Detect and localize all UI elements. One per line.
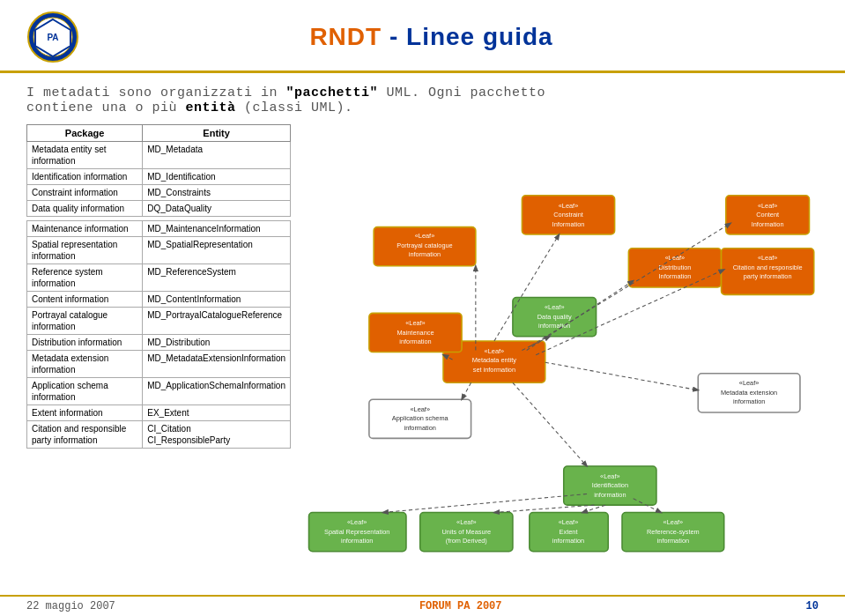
svg-text:Maintenance: Maintenance xyxy=(397,329,434,337)
svg-text:information: information xyxy=(538,322,570,330)
svg-text:information: information xyxy=(341,537,373,545)
svg-text:«Leaf»: «Leaf» xyxy=(559,202,579,210)
footer-event: FORUM PA 2007 xyxy=(419,600,502,612)
footer-page: 10 xyxy=(806,600,819,612)
table-row: Data quality informationDQ_DataQuality xyxy=(27,201,291,217)
table-row: Metadata entity set informationMD_Metada… xyxy=(27,142,291,169)
svg-text:«Leaf»: «Leaf» xyxy=(758,254,778,262)
table-row: Metadata extension informationMD_Metadat… xyxy=(27,351,291,378)
svg-text:Information: Information xyxy=(659,272,692,280)
table-row: Reference system informationMD_Reference… xyxy=(27,264,291,292)
page: PA RNDT - Linee guida I metadati sono or… xyxy=(0,0,845,616)
svg-line-77 xyxy=(494,505,595,512)
svg-text:information: information xyxy=(399,338,431,345)
footer: 22 maggio 2007 FORUM PA 2007 10 xyxy=(0,595,845,616)
svg-text:Information: Information xyxy=(752,220,784,228)
svg-text:«Leaf»: «Leaf» xyxy=(410,405,430,413)
svg-text:information: information xyxy=(657,537,689,545)
svg-text:«Leaf»: «Leaf» xyxy=(665,254,686,262)
svg-text:Content: Content xyxy=(756,211,779,219)
svg-text:«Leaf»: «Leaf» xyxy=(415,232,435,240)
svg-text:Constraint: Constraint xyxy=(553,211,583,219)
packages-table: Package Entity Metadata entity set infor… xyxy=(26,124,291,595)
svg-text:Data quality: Data quality xyxy=(537,313,572,321)
svg-text:«Leaf»: «Leaf» xyxy=(347,518,367,526)
logo-icon: PA xyxy=(26,11,79,63)
svg-text:Distribution: Distribution xyxy=(659,263,692,271)
svg-text:«Leaf»: «Leaf» xyxy=(456,518,477,526)
svg-text:«Leaf»: «Leaf» xyxy=(739,379,760,387)
table-row: Portrayal catalogue informationMD_Portra… xyxy=(27,308,291,335)
body: I metadati sono organizzati in "pacchett… xyxy=(0,73,845,595)
svg-text:party information: party information xyxy=(744,272,792,280)
svg-line-73 xyxy=(545,362,699,390)
svg-text:Citation and responsible: Citation and responsible xyxy=(733,263,803,271)
svg-text:Units of Measure: Units of Measure xyxy=(442,528,492,536)
svg-text:Metadata entity: Metadata entity xyxy=(472,356,517,364)
svg-line-76 xyxy=(383,494,587,513)
svg-text:Application schema: Application schema xyxy=(392,414,449,422)
table-row: Citation and responsible party informati… xyxy=(27,421,291,449)
svg-line-78 xyxy=(582,505,605,512)
footer-date: 22 maggio 2007 xyxy=(26,600,115,612)
svg-text:Spatial Representation: Spatial Representation xyxy=(324,528,389,536)
svg-text:PA: PA xyxy=(47,33,58,42)
svg-text:«Leaf»: «Leaf» xyxy=(405,319,426,327)
subtitle: I metadati sono organizzati in "pacchett… xyxy=(26,85,819,115)
table-row: Content informationMD_ContentInformation xyxy=(27,292,291,308)
table-row: Application schema informationMD_Applica… xyxy=(27,378,291,405)
table-row: Spatial representation informationMD_Spa… xyxy=(27,237,291,264)
svg-text:Extent: Extent xyxy=(560,528,578,536)
svg-line-72 xyxy=(462,382,471,399)
svg-text:Identification: Identification xyxy=(592,481,628,489)
svg-text:set information: set information xyxy=(473,366,515,374)
svg-text:Metadata extension: Metadata extension xyxy=(721,389,777,397)
svg-text:information: information xyxy=(733,397,765,405)
col-package: Package xyxy=(27,125,143,142)
table-row: Constraint informationMD_Constraints xyxy=(27,185,291,201)
svg-text:Portrayal catalogue: Portrayal catalogue xyxy=(397,241,452,249)
svg-text:«Leaf»: «Leaf» xyxy=(485,347,505,355)
svg-text:«Leaf»: «Leaf» xyxy=(758,202,778,210)
page-title: RNDT - Linee guida xyxy=(97,23,819,51)
svg-text:«Leaf»: «Leaf» xyxy=(600,472,620,480)
svg-text:«Leaf»: «Leaf» xyxy=(559,518,579,526)
header: PA RNDT - Linee guida xyxy=(0,0,845,73)
table-row: Extent informationEX_Extent xyxy=(27,405,291,421)
col-entity: Entity xyxy=(143,125,291,142)
svg-text:information: information xyxy=(404,424,436,432)
diagram: «Leaf» Metadata entity set information «… xyxy=(300,124,819,595)
svg-text:information: information xyxy=(409,250,441,258)
svg-text:(from Derived): (from Derived) xyxy=(446,537,487,545)
table-row: Maintenance informationMD_MaintenanceInf… xyxy=(27,221,291,237)
table-row: Distribution informationMD_Distribution xyxy=(27,335,291,351)
content-area: Package Entity Metadata entity set infor… xyxy=(26,124,819,595)
uml-diagram: «Leaf» Metadata entity set information «… xyxy=(300,124,819,595)
table-row: Identification informationMD_Identificat… xyxy=(27,169,291,185)
svg-text:Information: Information xyxy=(552,220,585,228)
svg-text:information: information xyxy=(552,537,584,545)
svg-text:«Leaf»: «Leaf» xyxy=(545,303,565,311)
svg-text:«Leaf»: «Leaf» xyxy=(663,518,684,526)
svg-text:Reference-system: Reference-system xyxy=(647,528,700,536)
svg-line-74 xyxy=(513,382,587,466)
svg-text:information: information xyxy=(594,491,626,499)
